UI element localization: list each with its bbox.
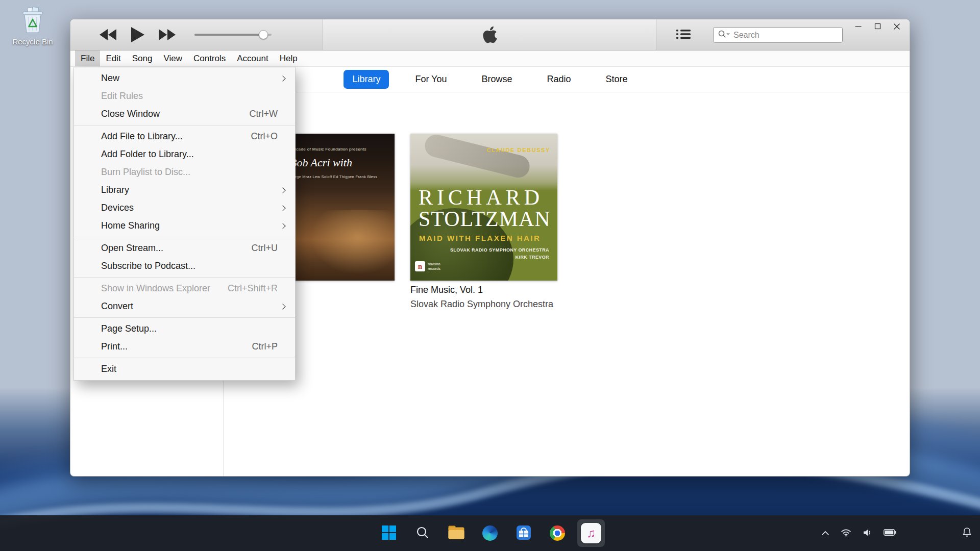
search-icon — [415, 525, 430, 541]
album-title[interactable]: Fine Music, Vol. 1 — [410, 285, 553, 294]
toolbar — [70, 19, 910, 51]
tab-store[interactable]: Store — [597, 70, 636, 89]
submenu-chevron-icon — [280, 187, 285, 193]
minimize-icon — [855, 23, 862, 31]
menu-item-open-stream[interactable]: Open Stream...Ctrl+U — [74, 239, 295, 257]
submenu-chevron-icon — [280, 76, 285, 81]
tab-browse[interactable]: Browse — [473, 70, 521, 89]
recycle-bin-icon — [19, 6, 46, 36]
close-icon — [893, 23, 900, 32]
submenu-chevron-icon — [280, 205, 285, 211]
music-note-icon: ♫ — [586, 527, 596, 539]
menu-edit[interactable]: Edit — [100, 51, 126, 66]
play-button[interactable] — [129, 25, 146, 44]
battery-icon — [884, 529, 896, 537]
tray-overflow-button[interactable] — [819, 528, 831, 539]
battery-button[interactable] — [881, 527, 898, 539]
shortcut-label: Ctrl+U — [251, 243, 289, 254]
search-icon[interactable] — [718, 30, 730, 40]
menu-separator — [74, 125, 295, 126]
microsoft-store-button[interactable] — [510, 519, 537, 547]
edge-button[interactable] — [476, 519, 504, 547]
chrome-icon — [550, 525, 565, 541]
menu-item-subscribe-to-podcast[interactable]: Subscribe to Podcast... — [74, 257, 295, 275]
shortcut-label: Ctrl+W — [250, 109, 289, 119]
search-input[interactable] — [733, 31, 839, 40]
chevron-up-icon — [821, 530, 829, 537]
bell-icon — [962, 532, 972, 539]
taskbar-search-button[interactable] — [409, 519, 436, 547]
previous-button[interactable] — [97, 27, 119, 42]
itunes-window: File Edit Song View Controls Account Hel… — [70, 19, 910, 477]
close-button[interactable] — [887, 20, 906, 34]
menu-view[interactable]: View — [158, 51, 188, 66]
itunes-icon: ♫ — [581, 523, 601, 543]
next-button[interactable] — [157, 27, 178, 42]
rewind-icon — [100, 34, 117, 42]
content-divider-horizontal — [223, 92, 910, 92]
menu-separator — [74, 317, 295, 318]
file-explorer-button[interactable] — [443, 519, 470, 547]
submenu-chevron-icon — [280, 304, 285, 309]
fast-forward-icon — [159, 34, 176, 42]
minimize-button[interactable] — [848, 20, 868, 34]
menu-item-convert[interactable]: Convert — [74, 297, 295, 315]
menu-item-close-window[interactable]: Close WindowCtrl+W — [74, 105, 295, 123]
menu-help[interactable]: Help — [274, 51, 303, 66]
taskbar-apps: ♫ — [375, 519, 605, 547]
album2-composer-text: CLAUDE DEBUSSY — [487, 147, 550, 153]
menu-item-show-in-explorer: Show in Windows ExplorerCtrl+Shift+R — [74, 280, 295, 297]
menu-account[interactable]: Account — [231, 51, 274, 66]
start-button[interactable] — [375, 519, 403, 547]
volume-fill — [194, 34, 263, 36]
album2-title-text: MAID WITH FLAXEN HAIR — [419, 234, 541, 242]
navona-logo-icon: n — [415, 261, 425, 271]
menu-separator — [74, 237, 295, 237]
menu-item-new[interactable]: New — [74, 69, 295, 87]
menu-separator — [74, 358, 295, 358]
menu-item-library[interactable]: Library — [74, 181, 295, 199]
menu-item-add-file-to-library[interactable]: Add File to Library...Ctrl+O — [74, 128, 295, 145]
album2-photo-area — [410, 134, 557, 191]
recycle-bin[interactable]: Recycle Bin — [8, 6, 57, 46]
store-icon — [516, 525, 531, 542]
recycle-bin-label: Recycle Bin — [12, 37, 53, 46]
album-artist[interactable]: Slovak Radio Symphony Orchestra — [410, 299, 553, 309]
menu-item-exit[interactable]: Exit — [74, 360, 295, 378]
volume-button[interactable] — [861, 527, 874, 540]
menu-item-page-setup[interactable]: Page Setup... — [74, 320, 295, 338]
menu-bar: File Edit Song View Controls Account Hel… — [70, 51, 910, 67]
search-box — [713, 27, 843, 43]
menu-item-add-folder-to-library[interactable]: Add Folder to Library... — [74, 145, 295, 163]
menu-item-edit-rules: Edit Rules — [74, 87, 295, 105]
menu-separator — [74, 277, 295, 278]
menu-file[interactable]: File — [75, 51, 100, 66]
tab-library[interactable]: Library — [344, 70, 389, 89]
navona-logo-text: navona records — [428, 262, 440, 271]
maximize-icon — [874, 23, 881, 31]
itunes-button[interactable]: ♫ — [577, 519, 605, 547]
album2-orchestra-text: SLOVAK RADIO SYMPHONY ORCHESTRA KIRK TRE… — [450, 247, 549, 261]
system-tray — [819, 519, 898, 547]
tab-radio[interactable]: Radio — [538, 70, 580, 89]
speaker-icon — [863, 529, 872, 538]
menu-item-devices[interactable]: Devices — [74, 199, 295, 217]
menu-song[interactable]: Song — [127, 51, 158, 66]
shortcut-label: Ctrl+Shift+R — [228, 283, 289, 294]
record-label-logo: n navona records — [415, 261, 440, 271]
menu-item-print[interactable]: Print...Ctrl+P — [74, 338, 295, 356]
menu-controls[interactable]: Controls — [188, 51, 231, 66]
taskbar: ♫ — [0, 515, 980, 551]
volume-knob[interactable] — [259, 30, 268, 39]
tab-for-you[interactable]: For You — [406, 70, 455, 89]
volume-slider[interactable] — [194, 30, 272, 40]
album-cover-fine-music[interactable]: CLAUDE DEBUSSY RICHARD STOLTZMAN MAID WI… — [410, 134, 557, 281]
maximize-button[interactable] — [868, 20, 887, 34]
windows-logo-icon — [381, 525, 397, 542]
notification-bell-button[interactable] — [962, 527, 972, 539]
view-list-button[interactable] — [671, 27, 696, 43]
menu-item-home-sharing[interactable]: Home Sharing — [74, 217, 295, 235]
play-icon — [131, 36, 144, 44]
wifi-button[interactable] — [839, 526, 853, 540]
chrome-button[interactable] — [544, 519, 571, 547]
